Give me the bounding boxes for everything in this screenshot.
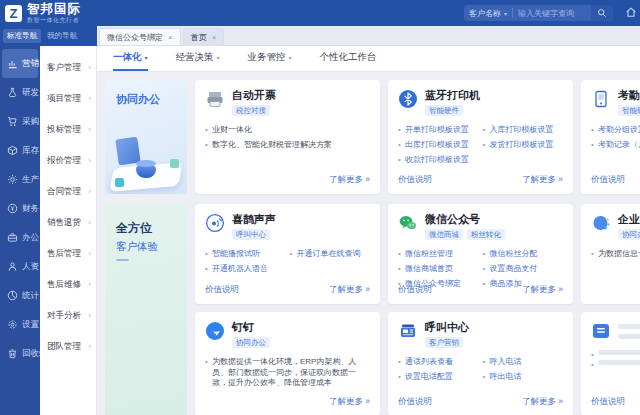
submenu-item-customer-management[interactable]: 客户管理›: [40, 52, 96, 83]
card-feature-link[interactable]: 开通订单在线查询: [290, 249, 371, 259]
card-feature-link[interactable]: 微信粉丝分配: [483, 249, 564, 259]
close-icon[interactable]: ×: [212, 33, 217, 42]
card-tag: 呼叫中心: [232, 229, 270, 241]
feature-card-bluetooth-printer: 蓝牙打印机 智能硬件 开单打印模板设置 出库打印模板设置 收款打印模板设置 入库…: [388, 80, 573, 194]
card-tag: 协同办公: [232, 337, 270, 349]
sidebar-item-rnd[interactable]: 研发: [2, 78, 38, 107]
sidebar-item-recycle-bin[interactable]: 回收站: [2, 339, 38, 368]
chevron-right-icon: ›: [88, 249, 91, 258]
sidebar-item-hr[interactable]: 人资: [2, 252, 38, 281]
card-feature-link[interactable]: 设置电话配置: [398, 372, 479, 382]
submenu-item-contract-management[interactable]: 合同管理›: [40, 176, 96, 207]
chevron-down-icon: ▾: [217, 54, 220, 61]
nav-tab-standard[interactable]: 标准导航: [3, 29, 41, 43]
search-button[interactable]: [591, 5, 613, 21]
card-feature-link[interactable]: 发货打印模板设置: [483, 140, 564, 150]
card-tag: 智能硬件: [618, 105, 640, 117]
card-feature-link[interactable]: 入库打印模板设置: [483, 125, 564, 135]
sidebar-item-marketing[interactable]: 营销: [2, 49, 38, 78]
chart-icon: [7, 55, 18, 73]
call-center-icon: [398, 321, 418, 341]
submenu-item-sales-return[interactable]: 销售退货›: [40, 207, 96, 238]
card-feature-link[interactable]: 开单打印模板设置: [398, 125, 479, 135]
card-feature-link[interactable]: 呼入电话: [483, 357, 564, 367]
section-customer-experience: 全方位 客户体验: [105, 204, 640, 415]
value-note-link[interactable]: 价值说明: [591, 174, 625, 186]
card-feature-link[interactable]: 智能播报试听: [205, 249, 286, 259]
tab-business-decision[interactable]: 经营决策▾: [176, 46, 220, 71]
tab-personal-workbench[interactable]: 个性化工作台: [320, 46, 377, 71]
card-tag: 客户营销: [425, 337, 463, 349]
tab-bar: 标准导航 我的导航 微信公众号绑定 × 首页 ×: [0, 26, 640, 46]
learn-more-link[interactable]: 了解更多 »: [329, 396, 370, 408]
card-tag: 协同办公: [618, 229, 640, 241]
learn-more-link[interactable]: 了解更多 »: [522, 396, 563, 408]
card-feature-link[interactable]: 微信商城首页: [398, 264, 479, 274]
brand-slogan: 数智一体化先行者: [27, 17, 81, 23]
promo-title-line2: 客户体验: [116, 240, 187, 254]
chevron-right-icon: ›: [88, 156, 91, 165]
learn-more-link[interactable]: 了解更多 »: [522, 284, 563, 296]
chevron-right-icon: ›: [88, 218, 91, 227]
sidebar-item-finance[interactable]: 财务: [2, 194, 38, 223]
tab-integration[interactable]: 一体化▾: [113, 46, 148, 71]
home-icon: [625, 4, 637, 22]
card-title: 自动开票: [232, 89, 276, 102]
sidebar-item-inventory[interactable]: 库存: [2, 136, 38, 165]
sidebar-item-production[interactable]: 生产: [2, 165, 38, 194]
promo-banner-customer-experience: 全方位 客户体验: [105, 204, 187, 415]
feature-card-wecom: 企业微信 协同办公 为数据信息一体化环境，保证内外数据一致: [581, 204, 640, 304]
value-note-link[interactable]: 价值说明: [398, 174, 432, 186]
section-collaboration: 协同办公 自动开票 税控对接: [105, 80, 640, 194]
card-feature-link[interactable]: 开通机器人语音: [205, 264, 286, 274]
nav-tab-mine[interactable]: 我的导航: [43, 29, 81, 43]
learn-more-link[interactable]: 了解更多 »: [329, 284, 370, 296]
submenu-item-competitor-analysis[interactable]: 对手分析›: [40, 300, 96, 331]
submenu-item-project-management[interactable]: 项目管理›: [40, 83, 96, 114]
submenu-item-team-management[interactable]: 团队管理›: [40, 331, 96, 362]
learn-more-link[interactable]: 了解更多 »: [522, 174, 563, 186]
promo-banner-collaboration: 协同办公: [105, 80, 187, 194]
search-category-dropdown[interactable]: 客户名称 ▾: [464, 8, 512, 19]
chevron-down-icon: ▾: [289, 54, 292, 61]
sidebar-item-purchasing[interactable]: 采购: [2, 107, 38, 136]
pie-icon: [7, 287, 18, 305]
value-note-link[interactable]: 价值说明: [398, 396, 432, 408]
tab-business-control[interactable]: 业务管控▾: [248, 46, 292, 71]
sidebar-item-office[interactable]: 办公: [2, 223, 38, 252]
learn-more-link[interactable]: 了解更多 »: [329, 174, 370, 186]
feature-card-dingtalk: 钉钉 协同办公 为数据提供一体化环境，ERP内架构、人员、部门数据统一同步，保证…: [195, 312, 380, 415]
doc-tab-wechat-binding[interactable]: 微信公众号绑定 ×: [99, 28, 181, 45]
promo-title-line1: 全方位: [116, 220, 187, 237]
submenu-item-after-sales-management[interactable]: 售后管理›: [40, 238, 96, 269]
portal-subnav: 一体化▾ 经营决策▾ 业务管控▾ 个性化工作台: [97, 46, 640, 72]
global-search: 客户名称 ▾: [464, 5, 613, 21]
chevron-right-icon: ›: [88, 311, 91, 320]
card-feature-link[interactable]: 收款打印模板设置: [398, 155, 479, 165]
card-feature-link[interactable]: 出库打印模板设置: [398, 140, 479, 150]
search-input[interactable]: [513, 9, 591, 18]
sidebar-item-statistics[interactable]: 统计: [2, 281, 38, 310]
submenu-item-quotation-management[interactable]: 报价管理›: [40, 145, 96, 176]
value-note-link[interactable]: 价值说明: [205, 284, 239, 296]
module-sidebar: 营销 研发 采购 库存 生产 财务 办公 人资: [0, 46, 40, 415]
card-feature-link[interactable]: 通话列表查看: [398, 357, 479, 367]
flask-icon: [7, 84, 18, 102]
card-feature-link[interactable]: 呼出电话: [483, 372, 564, 382]
card-feature-link[interactable]: 设置商品支付: [483, 264, 564, 274]
sidebar-item-settings[interactable]: 设置: [2, 310, 38, 339]
value-note-link[interactable]: 价值说明: [398, 284, 432, 296]
card-feature-link[interactable]: 考勤分组设置: [591, 125, 640, 135]
brand-name: 智邦国际: [27, 3, 81, 16]
home-button[interactable]: [625, 4, 637, 22]
submenu-item-after-sales-repair[interactable]: 售后维修›: [40, 269, 96, 300]
doc-tab-home[interactable]: 首页 ×: [183, 28, 225, 45]
chevron-down-icon: ▾: [504, 10, 507, 17]
submenu-item-bidding-management[interactable]: 投标管理›: [40, 114, 96, 145]
close-icon[interactable]: ×: [168, 33, 173, 42]
card-feature-link[interactable]: 考勤记录（月）: [591, 140, 640, 150]
value-note-link[interactable]: 价值说明: [591, 396, 625, 408]
card-tag: 粉丝转化: [467, 229, 505, 241]
marketing-submenu: 客户管理› 项目管理› 投标管理› 报价管理› 合同管理› 销售退货› 售后管理…: [40, 46, 97, 415]
card-feature-link[interactable]: 微信粉丝管理: [398, 249, 479, 259]
